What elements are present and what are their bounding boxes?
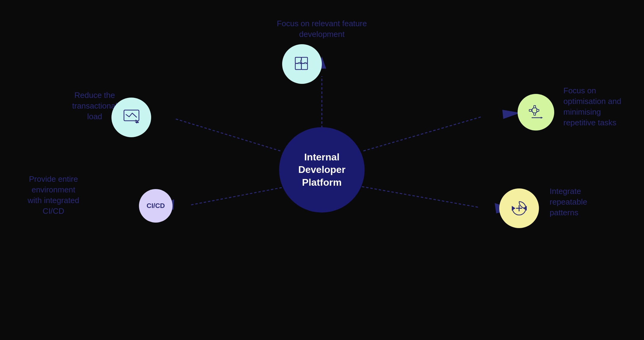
svg-rect-21 [537, 109, 539, 111]
label-right: Focus on optimisation and minimising rep… [563, 85, 644, 128]
center-line1: Internal [304, 152, 340, 163]
label-top-text: Focus on relevant feature development [277, 19, 367, 39]
cicd-label: CI/CD [147, 202, 165, 210]
label-bottom-right: Integrate repeatable patterns [550, 186, 629, 218]
diagram-container: Focus on relevant feature development Re… [0, 0, 644, 340]
center-circle: Internal Developer Platform [279, 127, 365, 213]
svg-line-8 [362, 187, 479, 207]
plus-icon [509, 199, 529, 218]
svg-rect-12 [295, 63, 301, 70]
label-bottom-right-text: Integrate repeatable patterns [550, 187, 587, 217]
satellite-bottom-left: CI/CD [139, 189, 173, 223]
center-line3: Platform [302, 177, 342, 188]
center-circle-text: Internal Developer Platform [298, 151, 346, 189]
svg-line-2 [176, 119, 280, 151]
svg-marker-23 [541, 117, 543, 119]
svg-rect-13 [301, 63, 307, 70]
center-line2: Developer [298, 164, 346, 175]
puzzle-icon [292, 54, 312, 74]
svg-marker-24 [512, 206, 515, 211]
satellite-top [282, 44, 322, 84]
svg-rect-18 [534, 106, 536, 108]
label-right-text: Focus on optimisation and minimising rep… [563, 86, 621, 127]
svg-rect-19 [534, 113, 536, 115]
svg-line-4 [363, 116, 482, 151]
svg-rect-14 [124, 110, 139, 121]
gear-icon [526, 102, 546, 122]
satellite-left [111, 98, 151, 137]
satellite-bottom-right [499, 188, 539, 228]
svg-marker-25 [523, 206, 527, 211]
label-bottom-left: Provide entire environment with integrat… [12, 174, 95, 217]
satellite-right [518, 94, 554, 131]
label-top: Focus on relevant feature development [273, 18, 371, 40]
svg-rect-20 [529, 109, 532, 111]
trend-down-icon [122, 108, 141, 127]
label-left-text: Reduce the transactional load [72, 91, 117, 121]
label-bottom-left-text: Provide entire environment with integrat… [27, 174, 79, 216]
svg-line-6 [191, 186, 290, 205]
